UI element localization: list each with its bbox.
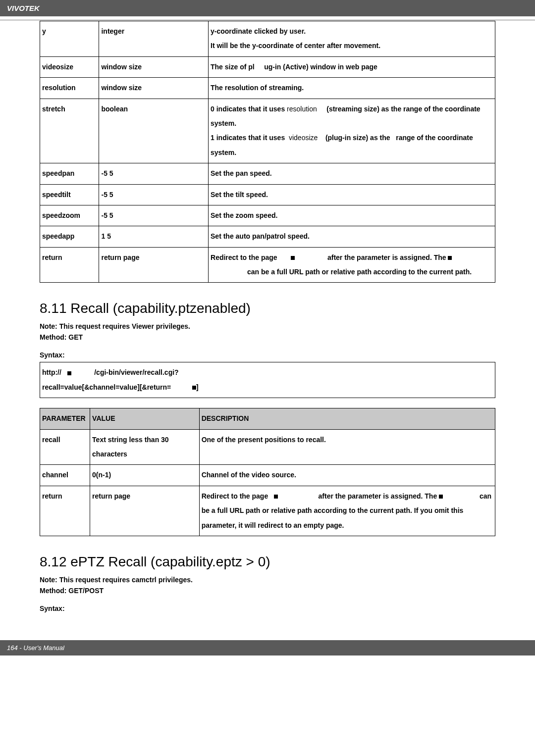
param-desc: Redirect to the page after the parameter…	[199, 486, 495, 536]
table-row: speedapp 1 5 Set the auto pan/patrol spe…	[40, 226, 495, 247]
table-row: return return page Redirect to the page …	[40, 486, 495, 536]
page-footer: 164 - User's Manual	[0, 640, 535, 655]
note-prefix: Note:	[40, 576, 57, 584]
param-name: speedzoom	[40, 205, 99, 226]
brand-header: VIVOTEK	[0, 0, 535, 16]
table-row: stretch boolean 0 indicates that it uses…	[40, 99, 495, 163]
param-value: boolean	[99, 99, 209, 163]
method-line: Method: GET	[40, 333, 495, 341]
param-name: channel	[40, 465, 90, 486]
col-header-value: VALUE	[90, 408, 200, 429]
syntax-part: http://	[42, 368, 61, 376]
param-desc: One of the present positions to recall.	[199, 429, 495, 465]
servername-icon	[67, 371, 71, 375]
param-desc: 0 indicates that it uses resolution (str…	[209, 99, 495, 163]
syntax-label: Syntax:	[40, 605, 495, 612]
param-desc: Set the tilt speed.	[209, 184, 495, 205]
table-row: recall Text string less than 30 characte…	[40, 429, 495, 465]
param-desc: Set the pan speed.	[209, 163, 495, 184]
col-header-description: DESCRIPTION	[199, 408, 495, 429]
syntax-label: Syntax:	[40, 351, 495, 359]
param-name: videosize	[40, 56, 99, 77]
note-line: Note: This request requires Viewer privi…	[40, 322, 495, 330]
placeholder-icon	[274, 495, 278, 499]
table-row: speedtilt -5 5 Set the tilt speed.	[40, 184, 495, 205]
param-value: return page	[99, 247, 209, 283]
param-name: return	[40, 247, 99, 283]
param-name: return	[40, 486, 90, 536]
table-row: resolution window size The resolution of…	[40, 78, 495, 99]
param-desc: Set the zoom speed.	[209, 205, 495, 226]
footer-text: 164 - User's Manual	[7, 644, 64, 652]
placeholder-icon	[439, 495, 443, 499]
param-desc: The resolution of streaming.	[209, 78, 495, 99]
param-value: integer	[99, 21, 209, 57]
note-text: This request requires camctrl privileges…	[59, 576, 193, 584]
param-name: speedtilt	[40, 184, 99, 205]
section-heading-eptz-recall: 8.12 ePTZ Recall (capability.eptz > 0)	[40, 554, 495, 570]
param-name: speedapp	[40, 226, 99, 247]
note-text: This request requires Viewer privileges.	[59, 322, 190, 330]
placeholder-icon	[448, 256, 452, 260]
table-row: speedzoom -5 5 Set the zoom speed.	[40, 205, 495, 226]
col-header-parameter: PARAMETER	[40, 408, 90, 429]
param-desc: y-coordinate clicked by user.It will be …	[209, 21, 495, 57]
page-content: y integer y-coordinate clicked by user.I…	[0, 21, 535, 620]
syntax-box: http:// /cgi-bin/viewer/recall.cgi? reca…	[40, 362, 495, 398]
table-row: speedpan -5 5 Set the pan speed.	[40, 163, 495, 184]
method-line: Method: GET/POST	[40, 587, 495, 595]
table-header-row: PARAMETER VALUE DESCRIPTION	[40, 408, 495, 429]
note-line: Note: This request requires camctrl priv…	[40, 576, 495, 584]
param-desc: Redirect to the page after the parameter…	[209, 247, 495, 283]
section-heading-recall: 8.11 Recall (capability.ptzenabled)	[40, 301, 495, 316]
placeholder-icon	[291, 256, 295, 260]
param-value: 0(n-1)	[90, 465, 200, 486]
param-value: window size	[99, 56, 209, 77]
parameter-table-recall: PARAMETER VALUE DESCRIPTION recall Text …	[40, 408, 495, 536]
syntax-part: /cgi-bin/viewer/recall.cgi?	[94, 368, 178, 376]
param-name: stretch	[40, 99, 99, 163]
param-name: resolution	[40, 78, 99, 99]
param-desc: Set the auto pan/patrol speed.	[209, 226, 495, 247]
param-name: y	[40, 21, 99, 57]
param-value: -5 5	[99, 163, 209, 184]
param-desc: Channel of the video source.	[199, 465, 495, 486]
header-separator	[0, 16, 535, 21]
brand-name: VIVOTEK	[7, 4, 40, 12]
param-name: recall	[40, 429, 90, 465]
param-value: 1 5	[99, 226, 209, 247]
parameter-table-ptz: y integer y-coordinate clicked by user.I…	[40, 21, 495, 283]
param-value: Text string less than 30 characters	[90, 429, 200, 465]
table-row: y integer y-coordinate clicked by user.I…	[40, 21, 495, 57]
param-name: speedpan	[40, 163, 99, 184]
table-row: return return page Redirect to the page …	[40, 247, 495, 283]
returnpage-icon	[192, 386, 196, 390]
table-row: videosize window size The size of pl ug-…	[40, 56, 495, 77]
param-value: return page	[90, 486, 200, 536]
param-desc: The size of pl ug-in (Active) window in …	[209, 56, 495, 77]
note-prefix: Note:	[40, 322, 57, 330]
param-value: window size	[99, 78, 209, 99]
table-row: channel 0(n-1) Channel of the video sour…	[40, 465, 495, 486]
param-value: -5 5	[99, 184, 209, 205]
param-value: -5 5	[99, 205, 209, 226]
